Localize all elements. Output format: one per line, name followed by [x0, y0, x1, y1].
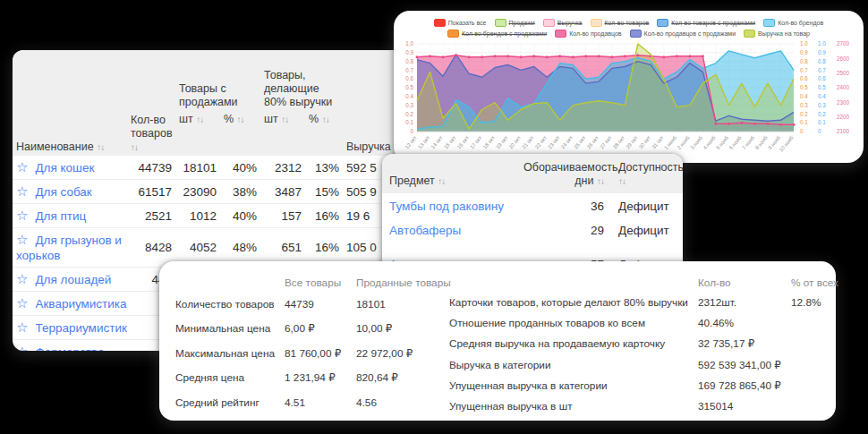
- summary-col-sold: Проданные товары: [356, 277, 449, 289]
- category-link[interactable]: Для грызунов и хорьков: [16, 234, 122, 262]
- table-row: ☆Для птиц2521101240%15716%19 6: [13, 204, 430, 228]
- svg-text:5 нояб: 5 нояб: [715, 134, 729, 150]
- svg-text:6 нояб: 6 нояб: [728, 134, 743, 150]
- days-cell: 36: [516, 193, 611, 217]
- svg-text:25 окт: 25 окт: [573, 135, 586, 150]
- legend-item[interactable]: Кол-во продавцов с продажами: [630, 30, 736, 38]
- col-header-item[interactable]: Предмет ↑↓: [382, 154, 516, 193]
- legend-item[interactable]: Кол-во товаров с продажами: [657, 19, 755, 27]
- legend-item[interactable]: Кол-во продавцов: [555, 30, 621, 38]
- summary-label: Максимальная цена: [175, 347, 285, 360]
- summary-label: Средняя цена: [175, 371, 285, 384]
- star-icon[interactable]: ☆: [16, 183, 28, 199]
- summary-row: Средняя цена1 231,94 ₽820,64 ₽: [175, 366, 449, 391]
- sold-pct-cell: 38%: [220, 180, 260, 204]
- legend-item[interactable]: Кол-во брендов: [763, 19, 823, 27]
- star-icon[interactable]: ☆: [16, 232, 28, 247]
- top80-units-cell: 2312: [260, 156, 305, 180]
- legend-label: Кол-во брендов с продажами: [462, 30, 547, 37]
- category-link[interactable]: Террариумистика: [35, 321, 127, 335]
- col-header-pct-sold[interactable]: % ↑↓: [220, 111, 260, 156]
- summary-value-1: 44739: [285, 298, 356, 311]
- legend-item[interactable]: Кол-во брендов с продажами: [447, 30, 547, 38]
- legend-item[interactable]: Выручка: [543, 19, 583, 27]
- table-row: Автобаферы29Дефицит: [382, 217, 683, 242]
- svg-text:0.3: 0.3: [800, 102, 808, 108]
- legend-swatch: [434, 19, 446, 27]
- svg-text:0.4: 0.4: [818, 93, 826, 99]
- item-link[interactable]: Тумбы под раковину: [389, 200, 504, 213]
- legend-label: Кол-во продавцов с продажами: [644, 30, 736, 37]
- legend-swatch: [630, 30, 642, 38]
- svg-text:0.3: 0.3: [405, 102, 413, 108]
- legend-item[interactable]: Показать все: [434, 19, 487, 27]
- legend-swatch: [555, 30, 566, 38]
- summary-row: Количество товаров4473918101: [175, 292, 449, 317]
- svg-text:2400: 2400: [837, 84, 850, 90]
- col-header-name[interactable]: Наименование ↑↓: [13, 50, 127, 156]
- svg-text:8 нояб: 8 нояб: [754, 134, 769, 150]
- svg-text:1.0: 1.0: [818, 40, 826, 47]
- legend-swatch: [763, 19, 775, 27]
- sort-icon: ↑↓: [196, 115, 203, 124]
- svg-text:0.6: 0.6: [818, 75, 826, 81]
- summary-value-2: 22 972,00 ₽: [356, 347, 449, 360]
- star-icon[interactable]: ☆: [16, 159, 28, 174]
- legend-label: Выручка на товар: [758, 30, 810, 37]
- category-name-cell: ☆Для кошек: [13, 156, 127, 180]
- category-name-cell: ☆Террариумистика: [13, 316, 127, 340]
- summary-label: Карточки товаров, которые делают 80% выр…: [449, 296, 698, 309]
- svg-text:17 окт: 17 окт: [469, 135, 482, 150]
- legend-item[interactable]: Кол-во товаров: [591, 19, 650, 27]
- sold-units-cell: 1012: [175, 204, 220, 228]
- summary-row: Минимальная цена6,00 ₽10,00 ₽: [175, 317, 449, 342]
- col-header-pct-top[interactable]: % ↑↓: [305, 111, 343, 156]
- category-link[interactable]: Для птиц: [35, 209, 86, 223]
- svg-text:2600: 2600: [837, 55, 850, 62]
- col-header-turnover[interactable]: Оборачиваемость, дни ↑↓: [516, 154, 611, 193]
- legend-item[interactable]: Выручка на товар: [744, 30, 810, 38]
- category-link[interactable]: Для лошадей: [35, 273, 111, 286]
- col-header-units-sold[interactable]: шт ↑↓: [175, 111, 220, 156]
- summary-value-1: 2312шт.: [698, 296, 791, 309]
- svg-text:26 окт: 26 окт: [586, 135, 600, 150]
- svg-text:0.3: 0.3: [818, 102, 826, 108]
- svg-text:2700: 2700: [837, 40, 850, 47]
- area-chart: 1.00.90.80.70.60.50.40.30.20.101.00.90.8…: [394, 39, 864, 159]
- summary-row: Упущенная выручка в шт315014: [449, 396, 832, 416]
- count-cell: 2521: [127, 204, 175, 228]
- category-link[interactable]: Для кошек: [35, 161, 94, 174]
- svg-text:2200: 2200: [837, 114, 850, 120]
- summary-row: Карточки товаров, которые делают 80% выр…: [449, 292, 832, 312]
- category-link[interactable]: Аквариумистика: [35, 297, 126, 311]
- summary-value-1: 81 760,00 ₽: [285, 347, 356, 360]
- legend-label: Выручка: [557, 20, 583, 26]
- category-link[interactable]: Фермерство: [35, 345, 104, 351]
- col-header-availability[interactable]: Доступность ↑↓: [611, 154, 683, 193]
- summary-label: Выручка в категории: [449, 359, 698, 371]
- days-cell: 29: [516, 217, 611, 242]
- svg-text:0.6: 0.6: [800, 75, 808, 81]
- star-icon[interactable]: ☆: [16, 319, 28, 335]
- svg-text:0.9: 0.9: [818, 49, 826, 55]
- category-link[interactable]: Для собак: [35, 185, 91, 199]
- star-icon[interactable]: ☆: [16, 208, 28, 223]
- legend-label: Продажи: [509, 20, 535, 26]
- top80-pct-cell: 15%: [305, 180, 343, 204]
- col-header-count[interactable]: Кол-во товаров ↑↓: [127, 50, 175, 156]
- svg-text:30 окт: 30 окт: [638, 135, 651, 150]
- item-link[interactable]: Автобаферы: [389, 224, 461, 237]
- star-icon[interactable]: ☆: [16, 295, 28, 311]
- col-header-units-top[interactable]: шт ↑↓: [260, 111, 305, 156]
- legend-item[interactable]: Продажи: [495, 19, 535, 27]
- svg-text:4 нояб: 4 нояб: [702, 134, 717, 150]
- svg-text:1.0: 1.0: [405, 40, 413, 47]
- summary-value-1: 40.46%: [698, 317, 791, 329]
- item-cell: Автобаферы: [382, 217, 516, 242]
- sort-icon: ↑↓: [237, 115, 244, 124]
- star-icon[interactable]: ☆: [16, 271, 28, 286]
- top80-pct-cell: 13%: [305, 156, 343, 180]
- star-icon[interactable]: ☆: [16, 344, 28, 351]
- legend-label: Кол-во продавцов: [569, 30, 621, 37]
- summary-col-count: Кол-во: [698, 277, 791, 289]
